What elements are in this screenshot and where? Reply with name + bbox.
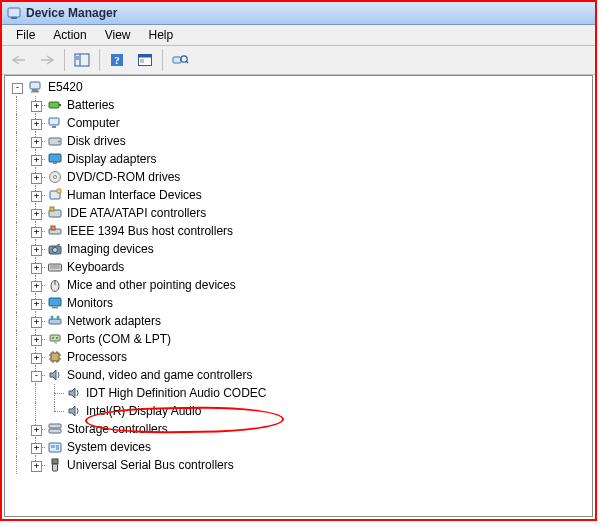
svg-point-51 [56,337,58,339]
tree-category[interactable]: +IEEE 1394 Bus host controllers [7,222,590,240]
tree-category[interactable]: +Imaging devices [7,240,590,258]
tree-category[interactable]: +Keyboards [7,258,590,276]
title-bar: Device Manager [2,2,595,25]
forward-button[interactable] [34,48,60,72]
ports-icon [46,331,64,347]
svg-point-50 [52,337,54,339]
tree-category[interactable]: +System devices [7,438,590,456]
help-button[interactable]: ? [104,48,130,72]
scan-hardware-icon [171,52,189,68]
svg-rect-9 [139,55,152,58]
expand-toggle[interactable]: + [31,353,42,364]
tree-category-label: Human Interface Devices [65,186,204,204]
properties-icon [137,53,153,67]
tree-category-label: Universal Serial Bus controllers [65,456,236,474]
svg-rect-25 [53,162,57,164]
dvd-icon [46,169,64,185]
expand-toggle[interactable]: + [31,443,42,454]
scan-button[interactable] [167,48,193,72]
tree-category[interactable]: +Batteries [7,96,590,114]
tree-device[interactable]: IDT High Definition Audio CODEC [7,384,590,402]
sound-icon [65,385,83,401]
expand-toggle[interactable]: + [31,281,42,292]
svg-rect-33 [51,226,55,230]
disk-icon [46,133,64,149]
expand-toggle[interactable]: - [31,371,42,382]
help-icon: ? [109,52,125,68]
tree-category-label: Monitors [65,294,115,312]
computer-root-icon [27,79,45,95]
tree-category[interactable]: +Ports (COM & LPT) [7,330,590,348]
svg-rect-20 [49,118,59,125]
menu-action-label: Action [53,28,86,42]
tree-category[interactable]: +Storage controllers [7,420,590,438]
imaging-icon [46,241,64,257]
tree-category[interactable]: +IDE ATA/ATAPI controllers [7,204,590,222]
svg-rect-2 [75,54,89,66]
expand-toggle[interactable]: + [31,263,42,274]
collapse-toggle[interactable]: - [12,83,23,94]
menu-file[interactable]: File [8,27,43,43]
expand-toggle[interactable]: + [31,137,42,148]
svg-point-23 [58,141,60,143]
expand-toggle[interactable]: + [31,425,42,436]
properties-button[interactable] [132,48,158,72]
menu-view[interactable]: View [97,27,139,43]
tree-category[interactable]: +Computer [7,114,590,132]
toolbar-separator [64,49,65,71]
tree-category[interactable]: +Monitors [7,294,590,312]
svg-rect-12 [173,57,181,63]
expand-toggle[interactable]: + [31,299,42,310]
tree-category[interactable]: +Disk drives [7,132,590,150]
keyboard-icon [46,259,64,275]
expand-toggle[interactable]: + [31,245,42,256]
tree-category[interactable]: +Human Interface Devices [7,186,590,204]
back-button[interactable] [6,48,32,72]
tree-category[interactable]: +Display adapters [7,150,590,168]
svg-rect-52 [51,353,59,361]
tree-category-label: Display adapters [65,150,158,168]
svg-point-27 [54,176,57,179]
tree-category-label: Mice and other pointing devices [65,276,238,294]
expand-toggle[interactable]: + [31,155,42,166]
system-icon [46,439,64,455]
usb-icon [46,457,64,473]
ide-icon [46,205,64,221]
tree-device[interactable]: Intel(R) Display Audio [7,402,590,420]
menu-view-label: View [105,28,131,42]
expand-toggle[interactable]: + [31,191,42,202]
expand-toggle[interactable]: + [31,335,42,346]
svg-rect-49 [50,335,60,341]
tree-category[interactable]: +Mice and other pointing devices [7,276,590,294]
tree-category-label: Disk drives [65,132,128,150]
tree-category[interactable]: +Universal Serial Bus controllers [7,456,590,474]
svg-rect-15 [30,82,40,89]
tree-category-label: Ports (COM & LPT) [65,330,173,348]
svg-rect-43 [52,307,58,309]
tree-category-label: Network adapters [65,312,163,330]
expand-toggle[interactable]: + [31,209,42,220]
tree-category[interactable]: +Network adapters [7,312,590,330]
device-tree-pane[interactable]: -E5420+Batteries+Computer+Disk drives+Di… [4,75,593,517]
expand-toggle[interactable]: + [31,119,42,130]
tree-category[interactable]: +DVD/CD-ROM drives [7,168,590,186]
svg-rect-19 [59,104,61,106]
menu-action[interactable]: Action [45,27,94,43]
svg-rect-1 [11,17,17,19]
expand-toggle[interactable]: + [31,461,42,472]
tree-category-label: IDE ATA/ATAPI controllers [65,204,208,222]
tree-category[interactable]: +Processors [7,348,590,366]
toolbar-separator [162,49,163,71]
expand-toggle[interactable]: + [31,101,42,112]
svg-rect-65 [56,445,59,450]
menu-help[interactable]: Help [141,27,182,43]
toolbar: ? [2,46,595,75]
tree-category[interactable]: -Sound, video and game controllers [7,366,590,384]
show-hide-button[interactable] [69,48,95,72]
expand-toggle[interactable]: + [31,227,42,238]
svg-rect-61 [49,424,61,428]
expand-toggle[interactable]: + [31,317,42,328]
computer-icon [46,115,64,131]
expand-toggle[interactable]: + [31,173,42,184]
tree-root[interactable]: -E5420 [7,78,590,96]
